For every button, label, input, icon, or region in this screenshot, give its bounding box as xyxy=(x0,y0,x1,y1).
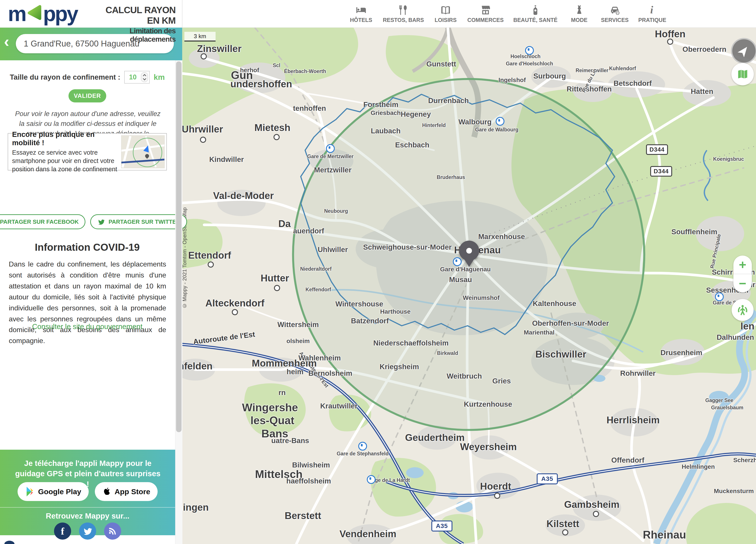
map-town-label: Gunstett xyxy=(426,60,456,68)
nav-mode[interactable]: MODE xyxy=(567,4,591,23)
town-dot xyxy=(667,39,673,45)
share-facebook-button[interactable]: f PARTAGER SUR FACEBOOK xyxy=(0,214,85,229)
map-town-label: Alteckendorf xyxy=(205,298,265,308)
nav-commerces[interactable]: COMMERCES xyxy=(467,4,504,23)
map-town-label: len xyxy=(740,321,754,332)
nav-label: MODE xyxy=(571,17,587,23)
partial-logo-shape xyxy=(4,541,14,544)
navigation-arrow-icon xyxy=(738,45,750,57)
nav-beaute-sante[interactable]: BEAUTÉ, SANTÉ xyxy=(513,4,557,23)
category-nav: HÔTELS RESTOS, BARS LOISIRS COMMERCES BE… xyxy=(349,0,666,27)
map-town-label: Bernolsheim xyxy=(308,369,352,377)
map-town-label: Durrenbach xyxy=(428,97,469,105)
twitter-social-button[interactable] xyxy=(79,522,96,540)
map-town-label: Rheinau xyxy=(643,528,686,541)
town-dot xyxy=(274,134,280,140)
mobile-promo-box[interactable]: Encore plus pratique en mobilité ! Essay… xyxy=(8,133,167,171)
map-town-label: Dalhunden xyxy=(717,333,754,341)
zoom-in-button[interactable]: + xyxy=(733,256,752,274)
twitter-icon xyxy=(83,526,92,536)
map-town-label: tenhoffen xyxy=(293,104,326,113)
map-town-label: Kurtzenhouse xyxy=(464,400,512,408)
map-town-label: Griesbach xyxy=(371,110,401,117)
mappy-logo[interactable]: m ppy xyxy=(8,2,77,25)
google-play-label: Google Play xyxy=(38,487,81,496)
nav-hotels[interactable]: HÔTELS xyxy=(349,4,373,23)
page-title-block: CALCUL RAYON EN KM Limitation des déplac… xyxy=(94,0,176,27)
pedestrian-icon xyxy=(736,304,749,316)
map-town-label: Da xyxy=(278,218,291,229)
map-town-label: Kriegsheim xyxy=(380,362,419,371)
nav-loisirs[interactable]: LOISIRS xyxy=(434,4,458,23)
town-dot xyxy=(274,285,280,291)
map-town-label: heim xyxy=(286,368,303,376)
sidebar: ‹ Taille du rayon de confinement : 10 km… xyxy=(0,27,182,544)
back-chevron-icon[interactable]: ‹ xyxy=(4,34,9,49)
map-town-label: undershoffen xyxy=(230,79,292,90)
train-station-icon xyxy=(715,292,724,301)
map-town-label: Laubach xyxy=(371,127,401,135)
map-town-label: Geudertheim xyxy=(405,432,464,443)
map-town-label: Weitbruch xyxy=(447,372,482,380)
nav-services[interactable]: SERVICES xyxy=(601,4,629,23)
map-town-label: Neubourg xyxy=(324,208,348,214)
map-town-label: Surbourg xyxy=(533,72,566,80)
scale-label: 3 km xyxy=(194,33,206,40)
radius-stepper[interactable] xyxy=(141,72,148,82)
car-plus-icon xyxy=(608,4,621,16)
store-buttons-row: Google Play App Store xyxy=(0,482,175,501)
map-layers-button[interactable] xyxy=(731,63,754,85)
map-town-label: Niederschaeffolsheim xyxy=(373,339,449,347)
mobile-map-thumbnail xyxy=(121,135,165,168)
map-town-label: Walbourg xyxy=(459,118,492,126)
map-town-label: Zinswiller xyxy=(197,43,242,54)
mobile-promo-text-block: Encore plus pratique en mobilité ! Essay… xyxy=(12,130,118,174)
map-town-label: Bruderhaus xyxy=(437,174,465,180)
covid-heading: Information COVID-19 xyxy=(0,241,175,253)
nav-restos-bars[interactable]: RESTOS, BARS xyxy=(383,4,424,23)
page-subtitle: Limitation des déplacements xyxy=(94,27,176,43)
google-play-button[interactable]: Google Play xyxy=(18,482,89,501)
map-town-label: Bischwiller xyxy=(535,349,586,360)
rss-social-button[interactable] xyxy=(104,522,121,540)
radius-input-box: 10 xyxy=(124,71,150,84)
map-town-label: Scl xyxy=(273,63,281,68)
map-town-label: Koenigsbruc xyxy=(713,156,744,162)
logo-triangle-icon xyxy=(26,5,43,21)
pedestrian-view-button[interactable] xyxy=(732,299,754,321)
map-town-label: olsheim xyxy=(286,337,310,344)
sidebar-scrollbar[interactable] xyxy=(175,60,182,544)
town-dot xyxy=(208,262,214,268)
map-town-label: Marienthal xyxy=(524,329,554,336)
share-twitter-button[interactable]: PARTAGER SUR TWITTER xyxy=(90,214,187,229)
map-town-label: Kindwiller xyxy=(209,155,244,164)
location-marker-pin[interactable] xyxy=(459,241,479,267)
map-town-label: Hoffen xyxy=(655,29,685,40)
book-icon xyxy=(439,4,452,16)
radius-value[interactable]: 10 xyxy=(125,73,141,81)
scrollbar-thumb[interactable] xyxy=(176,61,182,432)
nav-pratique[interactable]: i PRATIQUE xyxy=(638,4,666,23)
map-town-label: rn xyxy=(279,388,286,397)
radius-label: Taille du rayon de confinement : xyxy=(10,73,120,81)
map-town-label: Betschdorf xyxy=(614,79,652,88)
government-site-link[interactable]: Consulter le site du gouvernement xyxy=(0,322,175,331)
map-town-label: Gare de Stephansfeld xyxy=(337,451,389,457)
twitter-icon xyxy=(97,218,105,225)
social-title: Retrouvez Mappy sur... xyxy=(0,512,175,520)
map-canvas[interactable]: 3 km © Mappy - 2021 Tomtom - OpenStreetM… xyxy=(182,27,756,544)
zoom-out-button[interactable]: − xyxy=(733,274,752,292)
map-town-label: Gare de Walbourg xyxy=(475,127,518,133)
map-town-label: Gambsheim xyxy=(564,499,619,510)
facebook-social-button[interactable]: f xyxy=(54,522,71,540)
valider-button[interactable]: VALIDER xyxy=(68,89,106,103)
map-town-label: Scherzh xyxy=(733,457,756,464)
map-town-label: Musau xyxy=(449,275,472,284)
app-store-button[interactable]: App Store xyxy=(95,482,158,501)
map-town-label: Soufflenheim xyxy=(671,228,717,236)
town-dot xyxy=(201,53,207,59)
train-station-icon xyxy=(358,442,367,450)
map-town-label: Niederaltdorf xyxy=(300,266,331,272)
logo-text-ppy: ppy xyxy=(43,3,77,24)
compass-button[interactable] xyxy=(731,38,756,64)
